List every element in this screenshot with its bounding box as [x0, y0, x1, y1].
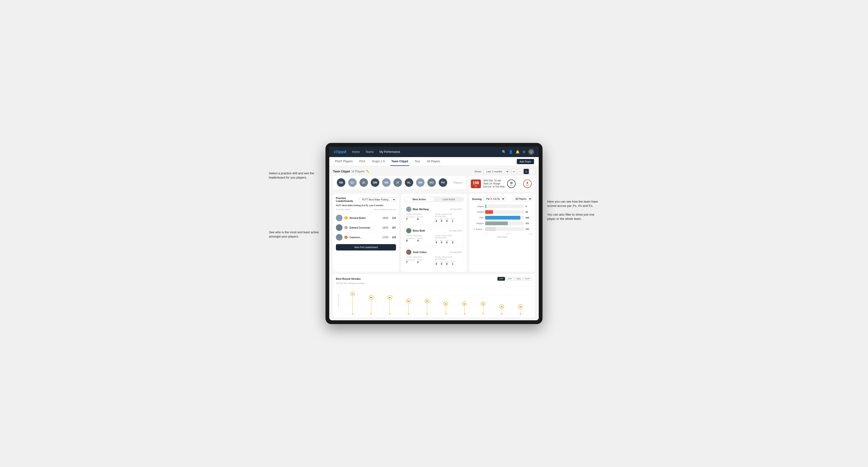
lb-header: PLAYER NAME PB SCORE PB AVG SQ [336, 209, 396, 212]
pa-total-rounds: Total Rounds Tournament 7 Practice [406, 213, 433, 222]
lb-badge-gold: 1 [344, 216, 348, 220]
lb-player-name: Edward Crossman [349, 226, 380, 229]
edit-icon[interactable]: ✏️ [366, 170, 370, 173]
player-avatar[interactable]: JT [394, 178, 402, 187]
player-avatar[interactable]: PH [439, 178, 447, 187]
annotation-left-2: See who is the most and least active amo… [269, 230, 321, 239]
player-activity-card: Blair McHarg 26 Aug 2023 Total Rounds To [404, 205, 464, 224]
pa-stats: Total Rounds Tournament 7 Practice [406, 213, 462, 222]
bar-row-birdies: Birdies 96 [472, 210, 532, 214]
view-card-icon[interactable]: ⊡ [524, 169, 529, 174]
player-avatar[interactable]: RB [382, 178, 391, 187]
subnav-pga[interactable]: PGA [358, 157, 366, 166]
annotation-left-1: Select a practice drill and see the lead… [269, 171, 321, 180]
lb-badge-silver: 2 [344, 226, 348, 229]
subnav-hcaps[interactable]: Hcaps 1-5 [371, 157, 385, 166]
player-avatar[interactable]: SM [416, 178, 425, 187]
panel-title: Practice Leaderboards [336, 197, 360, 203]
lb-player-avatar [336, 224, 342, 231]
pa-header: Rees Britt 02 Sep 2023 [406, 228, 462, 233]
navbar-link-performance[interactable]: My Performance [378, 150, 401, 154]
pa-total-rounds: Total Rounds Tournament 8 Practice [406, 235, 433, 244]
bar-fill-birdies [485, 210, 493, 214]
activity-panel: Most Active Least Active Blair McHarg 26… [401, 194, 467, 272]
drill-select[interactable]: PUTT Must Make Putting... [360, 197, 396, 202]
bubble-item: 3x [511, 304, 530, 314]
pa-date: 02 Sep 2023 [450, 229, 462, 232]
subnav-tour[interactable]: Tour [414, 157, 421, 166]
tab-least-active[interactable]: Least Active [434, 197, 464, 201]
view-full-leaderboard-button[interactable]: View Full Leaderboard [336, 244, 396, 250]
pa-date: 26 Aug 2023 [450, 251, 462, 253]
view-table-icon[interactable]: ⋮ [530, 169, 535, 174]
subnav-pgat[interactable]: PGAT Players [334, 157, 353, 166]
player-avatar[interactable]: BM [371, 178, 379, 187]
bar-chart: Eagles 3 Birdies [472, 204, 532, 239]
players-label: Players [454, 181, 462, 184]
streaks-btn-arg[interactable]: ARG [515, 277, 522, 281]
activity-tabs: Most Active Least Active [404, 197, 464, 202]
view-icons: ⊞ ≡ ⊡ ⋮ [512, 169, 535, 174]
navbar-links: Home Teams My Performance [351, 150, 497, 154]
bar-row-dbogeys: D. Bogeys + 131 [472, 227, 532, 231]
yds-start: 16 yds [507, 180, 516, 188]
bubble-item: 4x [474, 302, 493, 314]
player-filter-select[interactable]: All Players [513, 197, 532, 201]
avatar[interactable]: U [528, 149, 534, 155]
player-avatar[interactable]: RB [337, 178, 345, 187]
player-activity-card: Rees Britt 02 Sep 2023 Total Rounds Tour [404, 226, 464, 246]
bar-fill-bogeys [485, 221, 508, 225]
navbar-right: 🔍 👤 🔔 ⚙ U [502, 149, 534, 155]
page-wrapper: Select a practice drill and see the lead… [269, 143, 599, 324]
streaks-btn-ott[interactable]: OTT [497, 277, 505, 281]
scoring-panel: Scoring Par 3, 4 & 5s Par 3s Par 4s Par … [469, 194, 535, 272]
lb-avg: 107 [392, 226, 396, 229]
panel-subtitle: PUTT Must Make Putting (3-6 ft), Last 3 … [336, 204, 396, 207]
pa-player-name: Blair McHarg [406, 207, 429, 212]
pa-player-name: Josh Coles [406, 250, 427, 255]
lb-score: 19/20 [382, 217, 388, 219]
lb-badge-bronze: 3 [344, 236, 348, 239]
lb-player-name: Cameron... [349, 236, 380, 239]
player-avatar[interactable]: KL [405, 178, 413, 187]
yds-end: 0 yds [523, 180, 532, 188]
lb-avg: 110 [392, 217, 396, 219]
tab-most-active[interactable]: Most Active [404, 197, 434, 201]
streaks-btn-app[interactable]: APP [506, 277, 514, 281]
player-avatar[interactable]: DG [427, 178, 436, 187]
bar-fill-pars [485, 216, 520, 220]
pa-header: Josh Coles 26 Aug 2023 [406, 250, 462, 255]
navbar-link-teams[interactable]: Teams [365, 150, 375, 154]
shot-badge: 198 SQ [471, 180, 481, 188]
add-team-button[interactable]: Add Team [517, 159, 534, 164]
search-icon[interactable]: 🔍 [502, 150, 506, 154]
subnav: PGAT Players PGA Hcaps 1-5 Team Clippd T… [329, 157, 539, 166]
pa-avatar [406, 250, 411, 255]
users-icon[interactable]: 👤 [509, 150, 513, 154]
streaks-buttons: OTT APP ARG PUTT [497, 277, 532, 281]
bar-axis-label: Total Shots [472, 236, 532, 238]
streaks-panel: Best Round Streaks OTT APP ARG PUTT Off … [333, 274, 535, 317]
subnav-team-clippd[interactable]: Team Clippd [390, 157, 409, 166]
show-controls: Show: Last 3 months Last 6 months Last 1… [474, 169, 535, 174]
bell-icon[interactable]: 🔔 [516, 150, 520, 154]
bar-row-pars: Pars 499 [472, 216, 532, 220]
streaks-chart: Fairway Accuracy 7x [336, 286, 532, 315]
lb-score: 17/20 [382, 236, 388, 239]
bubble-item: 3x [493, 304, 511, 314]
streaks-btn-putt[interactable]: PUTT [523, 277, 532, 281]
view-grid-icon[interactable]: ⊞ [512, 169, 517, 174]
player-avatar[interactable]: JC [360, 178, 368, 187]
bubble-item: 5x [399, 299, 418, 314]
view-list-icon[interactable]: ≡ [518, 169, 523, 174]
y-axis-label: Fairway Accuracy [338, 294, 339, 307]
navbar-link-home[interactable]: Home [351, 150, 361, 154]
bubble-item: 7x [343, 291, 362, 314]
lb-avg: 103 [392, 236, 396, 239]
par-filter-select[interactable]: Par 3, 4 & 5s Par 3s Par 4s Par 5s [484, 197, 505, 201]
player-avatar[interactable]: EC [348, 178, 356, 187]
navbar: clippd Home Teams My Performance 🔍 👤 🔔 ⚙… [329, 147, 539, 157]
settings-icon[interactable]: ⚙ [522, 150, 526, 154]
subnav-all-players[interactable]: All Players [426, 157, 441, 166]
show-period-select[interactable]: Last 3 months Last 6 months Last 12 mont… [484, 169, 509, 174]
